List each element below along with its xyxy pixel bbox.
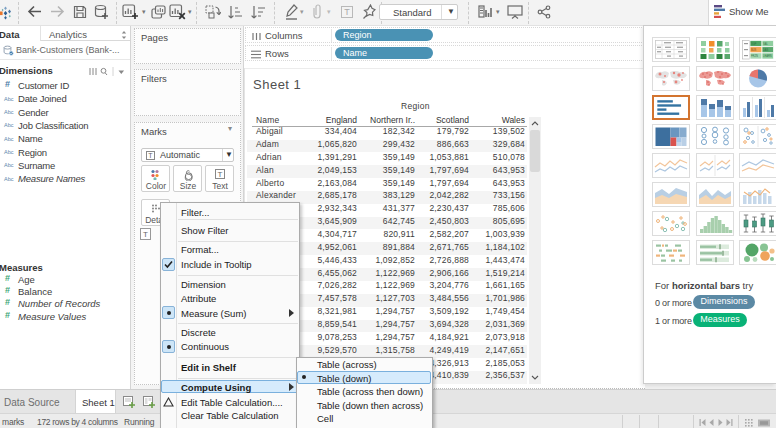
svg-text:BUS: BUS — [751, 48, 757, 52]
svg-text:FRZN: FRZN — [751, 54, 758, 58]
svg-text:LEARN: LEARN — [763, 54, 772, 58]
svg-text:DAS: DAS — [763, 48, 769, 52]
svg-text:SGF: SGF — [751, 42, 757, 46]
svg-text:SAL: SAL — [763, 42, 768, 46]
